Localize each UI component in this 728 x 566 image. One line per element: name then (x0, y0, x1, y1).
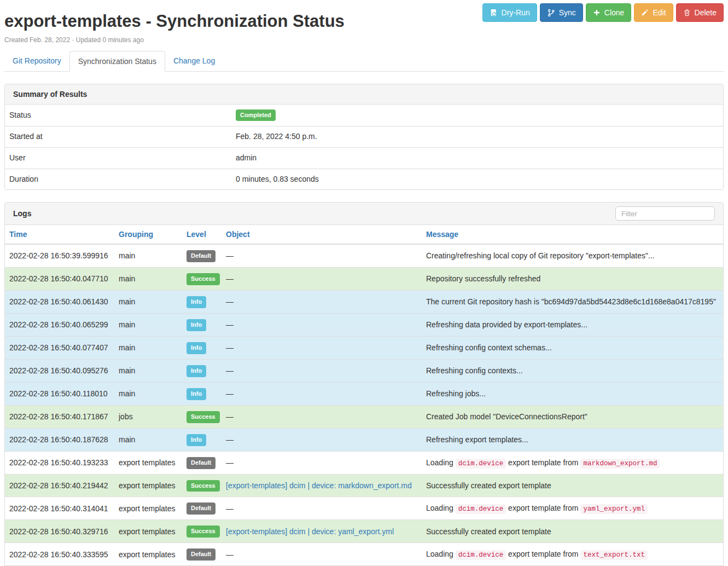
log-level: Default (182, 543, 222, 566)
log-message: Repository successfully refreshed (422, 268, 723, 291)
inline-code: dcim.device (456, 459, 506, 469)
log-level: Info (182, 336, 222, 359)
log-row: 2022-02-28 16:50:40.193233export templat… (5, 451, 723, 474)
column-header-message[interactable]: Message (422, 225, 723, 244)
log-message: Refreshing config context schemas... (422, 336, 723, 359)
delete-button[interactable]: Delete (676, 3, 724, 22)
log-grouping: export templates (114, 451, 182, 474)
log-object: — (222, 336, 422, 359)
git-branch-icon (547, 9, 555, 17)
column-header-level[interactable]: Level (182, 225, 222, 244)
log-level: Success (182, 268, 222, 291)
log-object: — (222, 359, 422, 382)
log-time: 2022-02-28 16:50:40.118010 (5, 382, 114, 405)
log-message: Loading dcim.device export template from… (422, 497, 723, 520)
log-level-badge: Info (187, 319, 206, 331)
tab-synchronization-status[interactable]: Synchronization Status (69, 51, 165, 72)
log-grouping: export templates (114, 474, 182, 497)
log-level-badge: Success (187, 480, 220, 492)
logs-panel-heading: Logs (5, 203, 723, 225)
log-level-badge: Info (187, 296, 206, 308)
log-row: 2022-02-28 16:50:40.077407mainInfo—Refre… (5, 336, 723, 359)
inline-code: dcim.device (456, 504, 506, 514)
dry-run-button-label: Dry-Run (502, 9, 530, 16)
log-level-badge: Info (187, 342, 206, 354)
clone-button[interactable]: Clone (586, 3, 632, 22)
log-row: 2022-02-28 16:50:40.065299mainInfo—Refre… (5, 313, 723, 336)
tab-change-log[interactable]: Change Log (165, 51, 223, 71)
log-level-badge: Default (187, 503, 216, 515)
inline-code: yaml_export.yml (580, 504, 648, 514)
tab-git-repository[interactable]: Git Repository (4, 51, 69, 71)
filter-input[interactable] (615, 206, 715, 221)
log-level-badge: Default (187, 250, 216, 262)
log-level: Default (182, 244, 222, 267)
log-time: 2022-02-28 16:50:40.314041 (5, 497, 114, 520)
log-level: Info (182, 428, 222, 451)
pencil-icon (641, 9, 649, 16)
edit-button[interactable]: Edit (634, 3, 673, 22)
log-message: Creating/refreshing local copy of Git re… (422, 244, 723, 267)
log-message: Successfully created export template (422, 474, 723, 497)
log-row: 2022-02-28 16:50:40.171867jobsSuccess—Cr… (5, 405, 723, 428)
log-grouping: main (114, 336, 182, 359)
log-time: 2022-02-28 16:50:40.065299 (5, 313, 114, 336)
status-badge: Completed (236, 109, 276, 121)
log-object-link[interactable]: [export-templates] dcim | device: markdo… (226, 481, 412, 490)
log-time: 2022-02-28 16:50:40.333595 (5, 543, 114, 566)
summary-value: Completed (231, 105, 723, 126)
log-time: 2022-02-28 16:50:40.193233 (5, 451, 114, 474)
log-message: Created Job model "DeviceConnectionsRepo… (422, 405, 723, 428)
log-level: Info (182, 291, 222, 314)
log-time: 2022-02-28 16:50:40.095276 (5, 359, 114, 382)
log-message: Loading dcim.device export template from… (422, 451, 723, 474)
summary-label: Duration (5, 169, 231, 189)
column-header-object[interactable]: Object (222, 225, 422, 244)
log-time: 2022-02-28 16:50:40.329716 (5, 520, 114, 543)
log-time: 2022-02-28 16:50:40.219442 (5, 474, 114, 497)
log-grouping: main (114, 428, 182, 451)
log-object: [export-templates] dcim | device: yaml_e… (222, 520, 422, 543)
log-object: — (222, 268, 422, 291)
log-level: Success (182, 474, 222, 497)
log-level-badge: Info (187, 365, 206, 377)
log-grouping: main (114, 382, 182, 405)
sync-button-label: Sync (559, 9, 576, 16)
log-message: Loading dcim.device export template from… (422, 543, 723, 566)
logs-panel-title: Logs (13, 209, 31, 218)
column-header-grouping[interactable]: Grouping (114, 225, 182, 244)
log-grouping: export templates (114, 543, 182, 566)
log-object: — (222, 382, 422, 405)
summary-table-body: StatusCompletedStarted atFeb. 28, 2022 4… (5, 105, 723, 189)
dry-run-button[interactable]: Dry-Run (482, 3, 537, 22)
log-level: Info (182, 382, 222, 405)
summary-label: Started at (5, 126, 231, 148)
logs-panel: Logs TimeGroupingLevelObjectMessage 2022… (4, 202, 724, 566)
log-level-badge: Info (187, 434, 206, 446)
log-row: 2022-02-28 16:50:40.118010mainInfo—Refre… (5, 382, 723, 405)
summary-value: 0 minutes, 0.83 seconds (231, 169, 723, 189)
log-row: 2022-02-28 16:50:40.095276mainInfo—Refre… (5, 359, 723, 382)
log-level: Success (182, 405, 222, 428)
log-time: 2022-02-28 16:50:39.599916 (5, 244, 114, 267)
delete-button-label: Delete (695, 9, 717, 16)
log-object-link[interactable]: [export-templates] dcim | device: yaml_e… (226, 527, 394, 536)
trash-icon (683, 9, 691, 16)
inline-code: text_export.txt (580, 550, 648, 560)
summary-value: Feb. 28, 2022 4:50 p.m. (231, 126, 723, 148)
logs-table: TimeGroupingLevelObjectMessage 2022-02-2… (5, 225, 723, 566)
log-message: The current Git repository hash is "bc69… (422, 291, 723, 314)
log-level-badge: Default (187, 457, 216, 469)
log-level: Default (182, 451, 222, 474)
edit-button-label: Edit (653, 9, 666, 16)
log-grouping: jobs (114, 405, 182, 428)
log-grouping: main (114, 359, 182, 382)
log-object: [export-templates] dcim | device: markdo… (222, 474, 422, 497)
page: Dry-Run Sync Clone (0, 0, 728, 566)
sync-button[interactable]: Sync (540, 3, 583, 22)
log-object: — (222, 244, 422, 267)
log-grouping: export templates (114, 520, 182, 543)
column-header-time[interactable]: Time (5, 225, 114, 244)
log-time: 2022-02-28 16:50:40.047710 (5, 268, 114, 291)
log-object: — (222, 313, 422, 336)
